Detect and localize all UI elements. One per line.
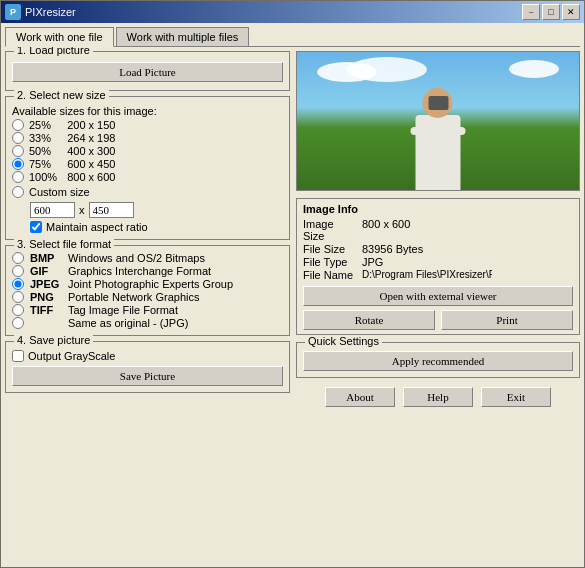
radio-50pct[interactable]	[12, 145, 24, 157]
maintain-aspect-checkbox[interactable]	[30, 221, 42, 233]
about-button[interactable]: About	[325, 387, 395, 407]
custom-size-label: Custom size	[29, 186, 90, 198]
title-bar-buttons: − □ ✕	[522, 4, 580, 20]
grayscale-label: Output GrayScale	[28, 350, 115, 362]
maintain-aspect-label: Maintain aspect ratio	[46, 221, 148, 233]
title-bar-left: P PIXresizer	[5, 4, 76, 20]
save-group-label: 4. Save picture	[14, 334, 93, 346]
footer-buttons: About Help Exit	[296, 383, 580, 409]
maximize-button[interactable]: □	[542, 4, 560, 20]
format-png: PNG Portable Network Graphics	[12, 291, 283, 303]
right-panel: Image Info Image Size 800 x 600 File Siz…	[296, 51, 580, 563]
tab-one-file[interactable]: Work with one file	[5, 27, 114, 47]
radio-png[interactable]	[12, 291, 24, 303]
load-picture-button[interactable]: Load Picture	[12, 62, 283, 82]
format-list: BMP Windows and OS/2 Bitmaps GIF Graphic…	[12, 252, 283, 329]
info-file-size: File Size 83956 Bytes	[303, 243, 573, 255]
format-jpeg: JPEG Joint Photographic Experts Group	[12, 278, 283, 290]
size-radio-33: 33%	[12, 132, 57, 144]
quick-settings-label: Quick Settings	[305, 335, 382, 347]
cloud-3	[509, 60, 559, 78]
radio-100pct[interactable]	[12, 171, 24, 183]
save-picture-group: 4. Save picture Output GrayScale Save Pi…	[5, 341, 290, 393]
format-same: Same as original - (JPG)	[12, 317, 283, 329]
size-dim-1: 264 x 198	[67, 132, 115, 144]
sizes-column: 200 x 150 264 x 198 400 x 300 600 x 450	[67, 119, 115, 183]
main-content: 1. Load picture Load Picture 2. Select n…	[1, 47, 584, 567]
radio-25pct[interactable]	[12, 119, 24, 131]
preview-scene	[297, 52, 579, 190]
image-preview	[296, 51, 580, 191]
size-dim-3: 600 x 450	[67, 158, 115, 170]
radio-tiff[interactable]	[12, 304, 24, 316]
height-input[interactable]	[89, 202, 134, 218]
select-size-group: 2. Select new size Available sizes for t…	[5, 96, 290, 240]
tab-bar: Work with one file Work with multiple fi…	[1, 23, 584, 46]
minimize-button[interactable]: −	[522, 4, 540, 20]
exit-button[interactable]: Exit	[481, 387, 551, 407]
radio-column: 25% 33% 50%	[12, 119, 57, 183]
app-icon: P	[5, 4, 21, 20]
x-separator: x	[79, 204, 85, 216]
radio-33pct[interactable]	[12, 132, 24, 144]
save-picture-button[interactable]: Save Picture	[12, 366, 283, 386]
print-button[interactable]: Print	[441, 310, 573, 330]
file-format-group: 3. Select file format BMP Windows and OS…	[5, 245, 290, 336]
window-title: PIXresizer	[25, 6, 76, 18]
size-radio-50: 50%	[12, 145, 57, 157]
main-window: P PIXresizer − □ ✕ Work with one file Wo…	[0, 0, 585, 568]
image-info-box: Image Info Image Size 800 x 600 File Siz…	[296, 198, 580, 335]
format-gif: GIF Graphics Interchange Format	[12, 265, 283, 277]
custom-size-radio-row: Custom size	[12, 186, 283, 198]
quick-settings-group: Quick Settings Apply recommended	[296, 342, 580, 378]
size-dim-2: 400 x 300	[67, 145, 115, 157]
format-group-label: 3. Select file format	[14, 238, 114, 250]
format-tiff: TIFF Tag Image File Format	[12, 304, 283, 316]
info-image-size: Image Size 800 x 600	[303, 218, 573, 242]
radio-bmp[interactable]	[12, 252, 24, 264]
size-dim-0: 200 x 150	[67, 119, 115, 131]
close-button[interactable]: ✕	[562, 4, 580, 20]
size-radio-75: 75%	[12, 158, 57, 170]
apply-recommended-button[interactable]: Apply recommended	[303, 351, 573, 371]
grayscale-checkbox[interactable]	[12, 350, 24, 362]
radio-same[interactable]	[12, 317, 24, 329]
person-figure	[411, 75, 466, 190]
title-bar: P PIXresizer − □ ✕	[1, 1, 584, 23]
radio-jpeg[interactable]	[12, 278, 24, 290]
size-dim-4: 800 x 600	[67, 171, 115, 183]
info-file-type: File Type JPG	[303, 256, 573, 268]
info-file-name: File Name D:\Program Files\PIXresizer\PI…	[303, 269, 573, 281]
load-picture-group: 1. Load picture Load Picture	[5, 51, 290, 91]
sizes-container: 25% 33% 50%	[12, 119, 283, 183]
save-options: Output GrayScale Save Picture	[12, 350, 283, 386]
left-panel: 1. Load picture Load Picture 2. Select n…	[5, 51, 290, 563]
load-group-label: 1. Load picture	[14, 47, 93, 56]
grayscale-row: Output GrayScale	[12, 350, 283, 362]
maintain-aspect-row: Maintain aspect ratio	[12, 221, 283, 233]
rotate-print-buttons: Rotate Print	[303, 310, 573, 330]
radio-custom[interactable]	[12, 186, 24, 198]
custom-size-inputs: x	[12, 202, 283, 218]
rotate-button[interactable]: Rotate	[303, 310, 435, 330]
tab-multi-file[interactable]: Work with multiple files	[116, 27, 250, 46]
help-button[interactable]: Help	[403, 387, 473, 407]
radio-gif[interactable]	[12, 265, 24, 277]
available-sizes-label: Available sizes for this image:	[12, 105, 283, 117]
size-group-label: 2. Select new size	[14, 89, 109, 101]
size-radio-25: 25%	[12, 119, 57, 131]
format-bmp: BMP Windows and OS/2 Bitmaps	[12, 252, 283, 264]
radio-75pct[interactable]	[12, 158, 24, 170]
width-input[interactable]	[30, 202, 75, 218]
open-external-button[interactable]: Open with external viewer	[303, 286, 573, 306]
size-radio-100: 100%	[12, 171, 57, 183]
image-info-title: Image Info	[303, 203, 573, 215]
